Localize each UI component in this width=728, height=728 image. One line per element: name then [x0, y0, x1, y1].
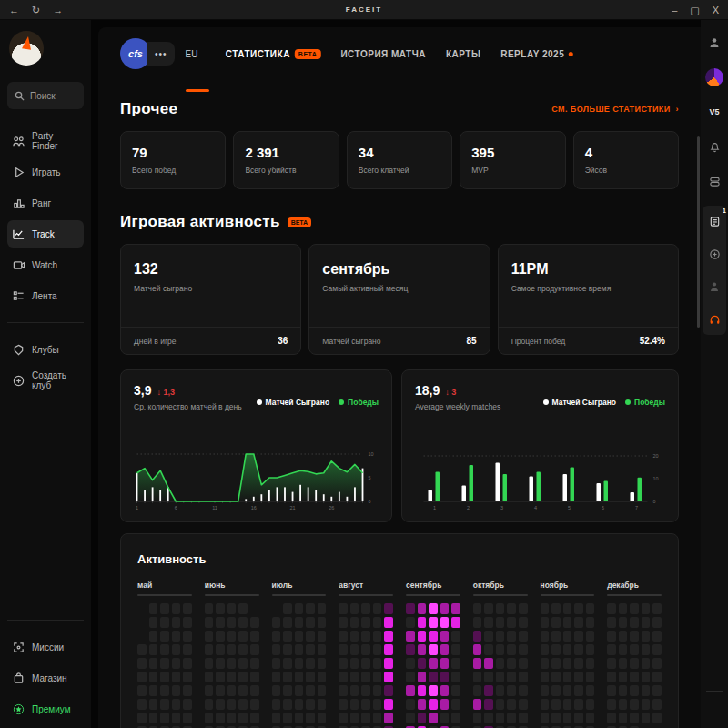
heatmap-cell[interactable]	[473, 631, 482, 642]
heatmap-cell[interactable]	[652, 617, 662, 628]
heatmap-cell[interactable]	[339, 631, 348, 642]
heatmap-cell[interactable]	[607, 672, 616, 682]
heatmap-cell[interactable]	[473, 672, 482, 682]
heatmap-cell[interactable]	[318, 713, 327, 723]
heatmap-cell[interactable]	[541, 603, 550, 614]
heatmap-cell[interactable]	[172, 631, 181, 642]
heatmap-cell[interactable]	[149, 713, 158, 723]
heatmap-cell[interactable]	[238, 658, 248, 669]
search-input[interactable]: Поиск	[7, 82, 84, 109]
heatmap-cell[interactable]	[551, 672, 561, 682]
heatmap-cell[interactable]	[440, 713, 450, 723]
heatmap-cell[interactable]	[250, 713, 259, 723]
heatmap-cell[interactable]	[205, 672, 214, 682]
heatmap-cell[interactable]	[484, 603, 493, 614]
heatmap-cell[interactable]	[652, 672, 662, 682]
heatmap-cell[interactable]	[373, 685, 382, 696]
heatmap-cell[interactable]	[574, 699, 583, 710]
heatmap-cell[interactable]	[642, 713, 651, 723]
heatmap-cell[interactable]	[406, 672, 415, 682]
heatmap-cell[interactable]	[205, 713, 214, 723]
heatmap-cell[interactable]	[205, 617, 214, 628]
heatmap-cell[interactable]	[183, 644, 192, 655]
heatmap-cell[interactable]	[172, 713, 181, 723]
heatmap-cell[interactable]	[205, 631, 214, 642]
heatmap-cell[interactable]	[216, 644, 225, 655]
heatmap-cell[interactable]	[473, 685, 482, 696]
heatmap-cell[interactable]	[295, 644, 304, 655]
heatmap-cell[interactable]	[149, 631, 158, 642]
heatmap-cell[interactable]	[318, 617, 327, 628]
heatmap-cell[interactable]	[586, 672, 595, 682]
heatmap-cell[interactable]	[283, 631, 292, 642]
heatmap-cell[interactable]	[574, 672, 583, 682]
heatmap-cell[interactable]	[295, 713, 304, 723]
heatmap-cell[interactable]	[642, 631, 651, 642]
heatmap-cell[interactable]	[551, 631, 561, 642]
heatmap-cell[interactable]	[496, 603, 505, 614]
heatmap-cell[interactable]	[406, 685, 415, 696]
heatmap-cell[interactable]	[361, 713, 370, 723]
heatmap-cell[interactable]	[149, 658, 158, 669]
heatmap-cell[interactable]	[205, 685, 214, 696]
heatmap-cell[interactable]	[406, 644, 415, 655]
heatmap-cell[interactable]	[183, 631, 192, 642]
heatmap-cell[interactable]	[551, 713, 561, 723]
heatmap-cell[interactable]	[429, 672, 438, 682]
heatmap-cell[interactable]	[172, 685, 181, 696]
heatmap-cell[interactable]	[630, 644, 639, 655]
heatmap-cell[interactable]	[137, 672, 147, 682]
heatmap-cell[interactable]	[451, 631, 460, 642]
heatmap-cell[interactable]	[418, 631, 427, 642]
heatmap-cell[interactable]	[160, 603, 169, 614]
heatmap-cell[interactable]	[551, 603, 561, 614]
heatmap-cell[interactable]	[306, 672, 315, 682]
heatmap-cell[interactable]	[361, 672, 370, 682]
heatmap-cell[interactable]	[451, 713, 460, 723]
heatmap-cell[interactable]	[619, 631, 628, 642]
heatmap-cell[interactable]	[642, 699, 651, 710]
heatmap-cell[interactable]	[586, 685, 595, 696]
heatmap-cell[interactable]	[484, 685, 493, 696]
heatmap-cell[interactable]	[339, 685, 348, 696]
heatmap-cell[interactable]	[607, 685, 616, 696]
heatmap-cell[interactable]	[384, 644, 393, 655]
heatmap-cell[interactable]	[361, 685, 370, 696]
heatmap-cell[interactable]	[586, 644, 595, 655]
heatmap-cell[interactable]	[216, 617, 225, 628]
heatmap-cell[interactable]	[607, 644, 616, 655]
heatmap-cell[interactable]	[384, 603, 393, 614]
heatmap-cell[interactable]	[216, 699, 225, 710]
heatmap-cell[interactable]	[228, 644, 237, 655]
heatmap-cell[interactable]	[507, 617, 516, 628]
heatmap-cell[interactable]	[160, 617, 169, 628]
heatmap-cell[interactable]	[418, 603, 427, 614]
heatmap-cell[interactable]	[507, 699, 516, 710]
heatmap-cell[interactable]	[228, 713, 237, 723]
heatmap-cell[interactable]	[216, 713, 225, 723]
heatmap-cell[interactable]	[484, 617, 493, 628]
heatmap-cell[interactable]	[306, 658, 315, 669]
heatmap-cell[interactable]	[350, 685, 359, 696]
heatmap-cell[interactable]	[183, 617, 192, 628]
heatmap-cell[interactable]	[451, 617, 460, 628]
heatmap-cell[interactable]	[373, 631, 382, 642]
heatmap-cell[interactable]	[160, 672, 169, 682]
heatmap-cell[interactable]	[350, 658, 359, 669]
heatmap-cell[interactable]	[630, 685, 639, 696]
heatmap-cell[interactable]	[429, 644, 438, 655]
heatmap-cell[interactable]	[183, 685, 192, 696]
heatmap-cell[interactable]	[607, 617, 616, 628]
heatmap-cell[interactable]	[429, 603, 438, 614]
tab-match-history[interactable]: ИСТОРИЯ МАТЧА	[340, 49, 426, 59]
heatmap-cell[interactable]	[361, 631, 370, 642]
heatmap-cell[interactable]	[563, 644, 572, 655]
avatar[interactable]: cfs	[120, 38, 151, 69]
heatmap-cell[interactable]	[339, 699, 348, 710]
heatmap-cell[interactable]	[272, 658, 281, 669]
heatmap-cell[interactable]	[607, 658, 616, 669]
heatmap-cell[interactable]	[272, 644, 281, 655]
vs-widget[interactable]: V5	[704, 102, 724, 122]
heatmap-cell[interactable]	[306, 713, 315, 723]
heatmap-cell[interactable]	[652, 603, 662, 614]
